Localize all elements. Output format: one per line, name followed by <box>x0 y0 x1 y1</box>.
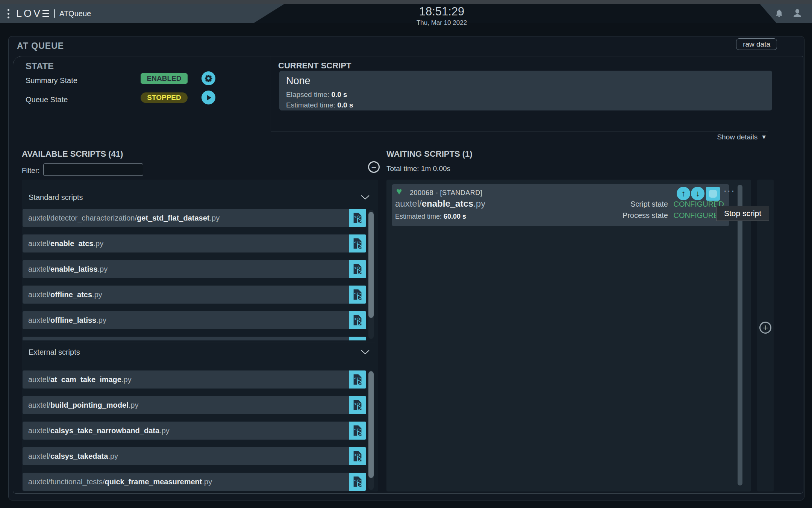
section-standard-chevron-icon[interactable] <box>361 195 370 202</box>
script-path: auxtel/enable_atcs.py <box>23 239 103 248</box>
script-row[interactable]: auxtel/detector_characterization/get_std… <box>23 209 366 227</box>
launch-script-icon: </> <box>353 399 362 411</box>
script-row[interactable]: auxtel/build_pointing_model.py </> <box>23 396 366 414</box>
add-script-button[interactable]: </> <box>349 473 366 491</box>
script-row[interactable]: auxtel/offline_atcs.py </> <box>23 286 366 304</box>
add-script-button[interactable]: </> <box>349 234 366 252</box>
script-path: auxtel/enable_latiss.py <box>23 265 108 274</box>
script-row[interactable]: auxtel/functional_tests/quick_frame_meas… <box>23 473 366 491</box>
waiting-script-estimated: Estimated time: 60.00 s <box>395 213 466 221</box>
user-account-icon[interactable] <box>792 8 803 19</box>
queue-state-badge: STOPPED <box>141 92 188 103</box>
play-icon <box>205 94 212 101</box>
script-row[interactable]: auxtel/offline_latiss.py </> <box>23 311 366 329</box>
script-path: auxtel/calsys_take_narrowband_data.py <box>23 426 170 435</box>
move-script-down-button[interactable]: ↓ <box>691 187 704 200</box>
total-time-label: Total time: <box>386 165 419 172</box>
external-scripts-list: auxtel/at_cam_take_image.py </> auxtel/b… <box>23 370 374 491</box>
process-state-label: Process state <box>623 211 668 219</box>
script-path: auxtel/build_pointing_model.py <box>23 401 138 410</box>
collapse-minus-icon[interactable]: − <box>368 161 380 173</box>
move-script-up-button[interactable]: ↑ <box>677 187 690 200</box>
summary-state-badge: ENABLED <box>141 73 188 84</box>
add-script-button[interactable]: </> <box>349 370 366 389</box>
current-script-elapsed: Elapsed time: 0.0 s <box>286 91 765 99</box>
waiting-scripts-title: WAITING SCRIPTS (1) <box>386 149 473 159</box>
waiting-card-actions: ↑ ↓ ··· <box>677 187 735 201</box>
script-row[interactable]: auxtel/at_cam_take_image.py </> <box>23 370 366 389</box>
love-logo-text: LOV <box>16 8 42 20</box>
scrollbar-thumb[interactable] <box>368 371 374 478</box>
state-section-title: STATE <box>26 61 54 71</box>
window-top-strip <box>0 0 812 4</box>
script-path: auxtel/functional_tests/quick_frame_meas… <box>23 478 212 486</box>
script-path: auxtel/offline_atcs.py <box>23 290 102 299</box>
summary-state-label: Summary State <box>26 76 77 85</box>
queue-play-button[interactable] <box>201 91 215 104</box>
script-row[interactable]: auxtel/enable_atcs.py </> <box>23 234 366 252</box>
summary-state-gear-button[interactable] <box>201 71 215 85</box>
kebab-menu-icon[interactable] <box>8 9 9 18</box>
estimated-time-label: Estimated time: <box>395 213 442 220</box>
sections-divider <box>25 343 375 343</box>
add-script-button[interactable]: </> <box>349 422 366 440</box>
waiting-list-scrollbar[interactable] <box>738 185 742 485</box>
launch-script-icon: </> <box>353 212 362 224</box>
process-state-row: Process state CONFIGURED <box>623 211 724 220</box>
launch-script-icon: </> <box>353 476 362 487</box>
standard-list-scrollbar[interactable] <box>368 210 374 339</box>
notifications-bell-icon[interactable] <box>774 9 784 19</box>
add-to-queue-plus-icon[interactable]: + <box>759 322 771 334</box>
logo-banner: LOV ATQueue <box>0 4 285 23</box>
filter-input[interactable] <box>43 163 143 176</box>
launch-script-icon: </> <box>353 263 362 275</box>
add-script-button[interactable]: </> <box>349 311 366 329</box>
details-divider <box>271 132 768 132</box>
raw-data-button[interactable]: raw data <box>736 38 777 50</box>
chevron-down-filled-icon: ▼ <box>761 134 767 141</box>
script-row[interactable]: auxtel/calsys_takedata.py </> <box>23 447 366 465</box>
love-logo: LOV <box>16 8 49 20</box>
launch-script-icon: </> <box>353 374 362 385</box>
launch-script-icon: </> <box>353 289 362 300</box>
current-script-card: None Elapsed time: 0.0 s Estimated time:… <box>279 71 772 110</box>
estimated-label: Estimated time: <box>286 101 335 109</box>
waiting-script-card[interactable]: ♥ 200068 - [STANDARD] auxtel/enable_atcs… <box>392 184 729 226</box>
add-script-button[interactable]: </> <box>349 209 366 227</box>
clock-date: Thu, Mar 10 2022 <box>391 19 492 27</box>
atqueue-panel: AT QUEUE raw data STATE Summary State EN… <box>8 36 804 500</box>
script-id-separator: - <box>436 189 438 197</box>
add-script-button[interactable]: </> <box>349 447 366 465</box>
current-script-title: CURRENT SCRIPT <box>278 61 351 71</box>
stop-script-button[interactable] <box>706 187 720 201</box>
script-id-line: 200068 - [STANDARD] <box>410 189 482 197</box>
launch-script-icon: </> <box>353 451 362 462</box>
script-row-partial[interactable] <box>23 337 366 340</box>
estimated-value: 0.0 s <box>337 101 353 109</box>
script-type-tag: [STANDARD] <box>440 189 483 197</box>
add-script-button[interactable]: </> <box>349 260 366 278</box>
available-scripts-title: AVAILABLE SCRIPTS (41) <box>22 149 123 159</box>
stop-script-tooltip: Stop script <box>716 206 769 221</box>
more-options-icon[interactable]: ··· <box>724 186 735 196</box>
external-list-scrollbar[interactable] <box>368 370 374 490</box>
queue-state-label: Queue State <box>26 95 68 104</box>
queue-side-rail: + <box>757 180 774 491</box>
script-state-label: Script state <box>630 200 668 208</box>
script-path: auxtel/offline_latiss.py <box>23 316 106 325</box>
launch-script-icon: </> <box>353 314 362 326</box>
script-row[interactable]: auxtel/enable_latiss.py </> <box>23 260 366 278</box>
section-external-chevron-icon[interactable] <box>361 349 370 357</box>
waiting-scripts-container: ♥ 200068 - [STANDARD] auxtel/enable_atcs… <box>386 180 751 491</box>
add-script-button[interactable]: </> <box>349 396 366 414</box>
love-logo-e-bars-icon <box>42 10 49 17</box>
add-script-button[interactable]: </> <box>349 286 366 304</box>
scrollbar-thumb[interactable] <box>368 212 374 318</box>
script-row[interactable]: auxtel/calsys_take_narrowband_data.py </… <box>23 422 366 440</box>
add-script-button[interactable] <box>349 337 366 340</box>
show-details-toggle[interactable]: Show details ▼ <box>717 133 767 141</box>
script-path: auxtel/detector_characterization/get_std… <box>23 214 220 222</box>
current-script-name: None <box>286 75 765 87</box>
logo-separator <box>54 9 55 18</box>
section-external-label: External scripts <box>29 348 80 357</box>
